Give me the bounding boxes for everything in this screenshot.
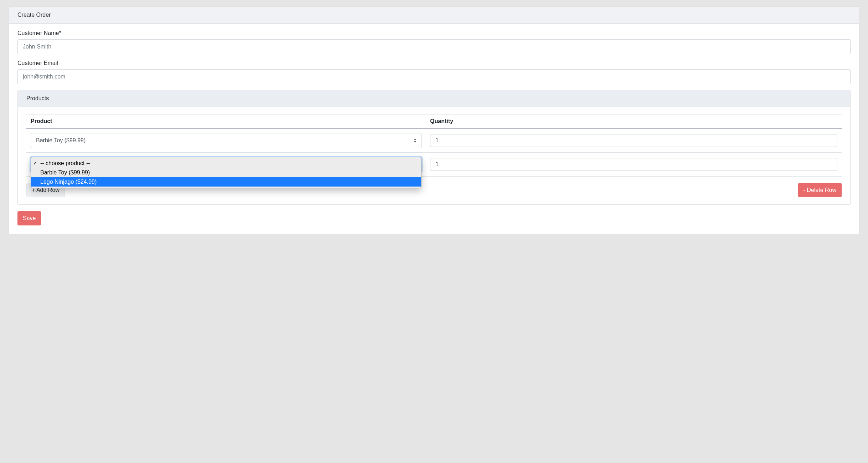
customer-email-label: Customer Email [17, 60, 851, 66]
quantity-input[interactable] [430, 134, 837, 147]
customer-name-group: Customer Name* [17, 30, 851, 54]
customer-email-input[interactable] [17, 69, 851, 84]
card-title: Create Order [9, 7, 859, 24]
create-order-card: Create Order Customer Name* Customer Ema… [9, 6, 859, 234]
dropdown-option-placeholder[interactable]: -- choose product -- [31, 159, 421, 168]
products-table: Product Quantity Barbie Toy ($99.99) [26, 114, 842, 177]
products-panel: Products Product Quantity [17, 90, 851, 205]
products-panel-title: Products [18, 90, 850, 107]
select-arrows-icon [413, 138, 417, 143]
table-row: Barbie Toy ($99.99) [26, 128, 842, 153]
table-row: -- choose product -- -- choose product -… [26, 153, 842, 177]
customer-name-label: Customer Name* [17, 30, 851, 36]
column-header-product: Product [26, 115, 426, 129]
quantity-input[interactable] [430, 158, 837, 171]
delete-row-button[interactable]: - Delete Row [798, 183, 842, 197]
customer-email-group: Customer Email [17, 60, 851, 84]
dropdown-option-lego[interactable]: Lego Ninjago ($24.99) [31, 177, 421, 187]
save-button[interactable]: Save [17, 211, 41, 225]
product-dropdown-menu: -- choose product -- Barbie Toy ($99.99)… [31, 157, 422, 188]
customer-name-input[interactable] [17, 39, 851, 54]
column-header-quantity: Quantity [426, 115, 842, 129]
product-select[interactable]: Barbie Toy ($99.99) [31, 133, 422, 148]
dropdown-option-barbie[interactable]: Barbie Toy ($99.99) [31, 168, 421, 177]
product-select-value: Barbie Toy ($99.99) [36, 137, 86, 143]
